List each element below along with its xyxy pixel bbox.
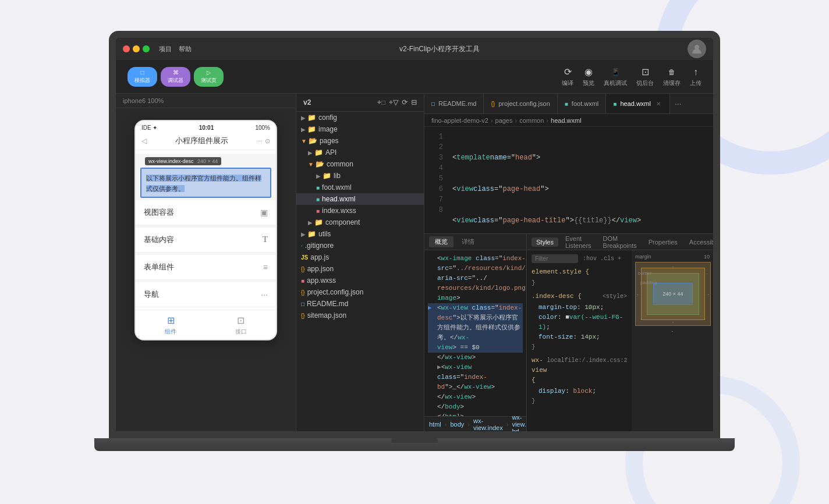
nav-item-component[interactable]: ⊞ 组件 <box>136 314 206 336</box>
box-content: 240 × 44 <box>653 283 693 305</box>
file-tree: v2 +□ +▽ ⟳ ⊟ ▶ 📁 config <box>296 94 424 431</box>
box-border: border - padding 240 × 44 <box>641 268 705 320</box>
tree-item-sitemap[interactable]: {} sitemap.json <box>296 310 424 321</box>
style-tab-properties[interactable]: Properties <box>644 237 682 247</box>
debug-line: </html> <box>428 412 523 416</box>
toolbar-preview-btn[interactable]: ◉ 预览 <box>583 66 594 87</box>
tree-item-index-wxss[interactable]: ■ index.wxss <box>296 205 424 216</box>
title-bar-left: 项目 帮助 <box>123 45 192 54</box>
box-margin: - - - - border - <box>635 262 711 326</box>
tab-readme[interactable]: □ README.md <box>424 94 484 113</box>
collapse-icon[interactable]: ⊟ <box>411 98 417 107</box>
ide-window: 项目 帮助 v2-FinClip小程序开发工具 □ 模拟器 <box>116 38 713 431</box>
tab-foot-wxml[interactable]: ■ foot.wxml <box>558 94 607 113</box>
tree-item-head-wxml[interactable]: ■ head.wxml <box>296 193 424 205</box>
element-tag-wx-view-index[interactable]: wx-view.index <box>473 417 503 431</box>
tree-item-foot-wxml[interactable]: ■ foot.wxml <box>296 182 424 193</box>
code-content: <template name="head"> <view class="page… <box>448 127 713 233</box>
style-tab-event-listeners[interactable]: Event Listeners <box>561 234 596 250</box>
filter-pseudo-tag[interactable]: :hov .cls + <box>583 254 621 264</box>
tab-more-btn[interactable]: ··· <box>670 99 686 108</box>
menu-help[interactable]: 帮助 <box>179 45 192 54</box>
css-block-wx-view: wx-view { localfile:/.index.css:2 displa… <box>532 356 627 406</box>
style-tab-styles[interactable]: Styles <box>532 237 558 247</box>
toolbar-compile-btn[interactable]: ⟳ 编译 <box>562 66 573 87</box>
phone-title: 小程序组件展示 <box>147 136 257 146</box>
editor-area: □ README.md {} project.config.json ■ foo… <box>424 94 713 431</box>
menu-project[interactable]: 项目 <box>159 45 172 54</box>
styles-panel: Styles Event Listeners DOM Breakpoints P… <box>527 234 713 431</box>
toolbar: □ 模拟器 ⌘ 调试器 ▷ 测试页 ⟳ 编译 <box>116 60 713 94</box>
debug-tab-bar: 概览 详情 <box>424 234 526 250</box>
device-label: iphone6 100% <box>116 94 296 108</box>
tree-item-pages[interactable]: ▼ 📂 pages <box>296 135 424 147</box>
window-max-btn[interactable] <box>143 45 150 52</box>
refresh-icon[interactable]: ⟳ <box>402 98 408 107</box>
debug-line-highlighted-2: view> == $0 <box>428 343 523 353</box>
css-source-link[interactable]: <style> <box>603 292 627 303</box>
debug-line: </body> <box>428 402 523 412</box>
toolbar-testpage-btn[interactable]: ▷ 测试页 <box>194 67 224 87</box>
line-numbers: 1 2 3 4 5 6 7 8 <box>424 127 448 233</box>
component-section-views: 视图容器 ▣ <box>136 200 276 225</box>
debug-line: ▶<wx-view class="index-bd">_</wx-view> <box>428 363 523 392</box>
highlighted-text: 以下将展示小程序官方组件能力。组件样式仅供参考。 <box>146 175 261 192</box>
nav-item-interface[interactable]: ⊡ 接口 <box>206 314 277 336</box>
toolbar-debugger-btn[interactable]: ⌘ 调试器 <box>161 67 190 87</box>
filter-input[interactable] <box>532 254 578 263</box>
css-source-link-2[interactable]: localfile:/.index.css:2 <box>547 356 627 386</box>
toolbar-simulator-btn[interactable]: □ 模拟器 <box>127 67 157 87</box>
tree-item-utils[interactable]: ▶ 📁 utils <box>296 228 424 240</box>
phone-status-bar: IDE ✦ 10:01 100% <box>136 121 276 133</box>
highlighted-element: 以下将展示小程序官方组件能力。组件样式仅供参考。 <box>140 168 271 198</box>
toolbar-clear-cache-btn[interactable]: 🗑 清缓存 <box>663 66 681 87</box>
tab-close-icon[interactable]: ✕ <box>654 100 663 108</box>
main-content: iphone6 100% IDE ✦ 10:01 100% ◁ <box>116 94 713 431</box>
tree-item-api[interactable]: ▶ 📁 API <box>296 147 424 158</box>
new-folder-icon[interactable]: +▽ <box>389 98 398 107</box>
tab-project-config[interactable]: {} project.config.json <box>484 94 557 113</box>
tree-item-app-js[interactable]: JS app.js <box>296 251 424 263</box>
tab-head-wxml[interactable]: ■ head.wxml ✕ <box>606 94 670 113</box>
tree-item-component[interactable]: ▶ 📁 component <box>296 216 424 228</box>
element-tag-html[interactable]: html <box>429 421 441 428</box>
tree-item-common[interactable]: ▼ 📂 common <box>296 158 424 170</box>
element-tag-body[interactable]: body <box>450 421 464 428</box>
laptop-container: 项目 帮助 v2-FinClip小程序开发工具 □ 模拟器 <box>94 31 735 473</box>
element-selector: html › body › wx-view.index › wx-view.in… <box>424 416 526 431</box>
debug-left: 概览 详情 <wx-image class="index-logo" src="… <box>424 234 527 431</box>
toolbar-background-btn[interactable]: ⊡ 切后台 <box>636 66 654 87</box>
tree-item-project-config[interactable]: {} project.config.json <box>296 286 424 298</box>
window-min-btn[interactable] <box>133 45 140 52</box>
toolbar-upload-btn[interactable]: ↑ 上传 <box>690 66 702 87</box>
window-close-btn[interactable] <box>123 45 130 52</box>
style-tab-dom-breakpoints[interactable]: DOM Breakpoints <box>598 234 642 250</box>
toolbar-left: □ 模拟器 ⌘ 调试器 ▷ 测试页 <box>127 67 224 87</box>
element-tag-wx-view-index-hd[interactable]: wx-view.index-hd <box>512 414 527 432</box>
tree-item-gitignore[interactable]: · .gitignore <box>296 240 424 251</box>
debug-line: </wx-view> <box>428 353 523 363</box>
tree-item-readme[interactable]: □ README.md <box>296 298 424 310</box>
title-bar-right <box>688 40 706 58</box>
debug-tab-detail[interactable]: 详情 <box>456 236 480 247</box>
component-nav-icon: ⊞ <box>164 314 177 326</box>
device-panel: iphone6 100% IDE ✦ 10:01 100% ◁ <box>116 94 296 431</box>
laptop-notch <box>391 438 438 443</box>
tree-item-config[interactable]: ▶ 📁 config <box>296 112 424 123</box>
tree-item-lib[interactable]: ▶ 📁 lib <box>296 170 424 182</box>
app-title: v2-FinClip小程序开发工具 <box>399 44 480 54</box>
debug-tab-overview[interactable]: 概览 <box>429 236 454 247</box>
style-tab-accessibility[interactable]: Accessibility <box>685 237 713 247</box>
tree-item-app-wxss[interactable]: ■ app.wxss <box>296 275 424 286</box>
tree-item-image[interactable]: ▶ 📁 image <box>296 123 424 135</box>
avatar[interactable] <box>688 40 706 58</box>
box-model: margin 10 - - - - <box>632 250 713 431</box>
phone-mockup: IDE ✦ 10:01 100% ◁ 小程序组件展示 ··· ⊙ <box>134 120 277 340</box>
new-file-icon[interactable]: +□ <box>377 98 385 107</box>
tree-item-app-json[interactable]: {} app.json <box>296 263 424 275</box>
title-bar: 项目 帮助 v2-FinClip小程序开发工具 <box>116 38 713 60</box>
toolbar-device-debug-btn[interactable]: 📱 真机调试 <box>604 66 627 87</box>
filter-bar: :hov .cls + <box>532 254 627 264</box>
phone-title-bar: ◁ 小程序组件展示 ··· ⊙ <box>136 133 276 150</box>
laptop-screen: 项目 帮助 v2-FinClip小程序开发工具 □ 模拟器 <box>109 31 720 438</box>
